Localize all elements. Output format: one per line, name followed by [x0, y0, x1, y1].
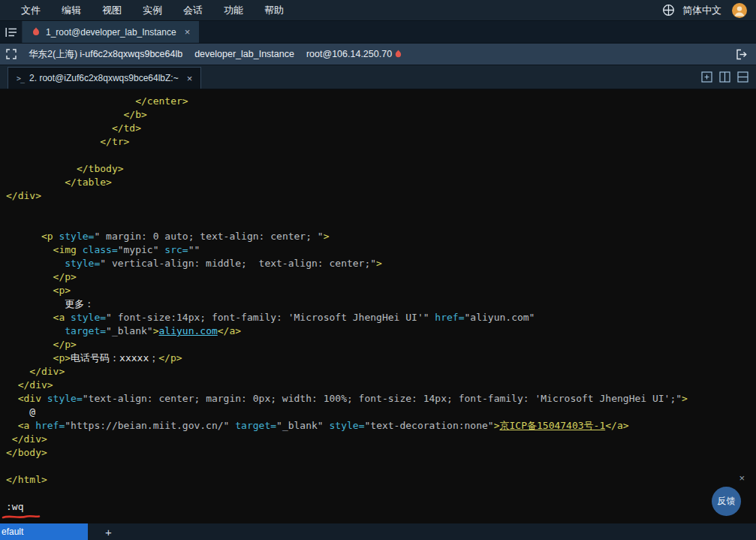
detach-session-icon[interactable] [736, 49, 748, 60]
menu-item-file[interactable]: 文件 [11, 0, 51, 20]
terminal-content[interactable]: </center> </b> </td> </tr> </tbody> </ta… [0, 89, 756, 523]
instance-id-label: i-uf6c2x8qxwqs9bce64lb [80, 49, 182, 59]
profile-tab-default[interactable]: efault [0, 523, 88, 540]
menu-item-edit[interactable]: 编辑 [51, 0, 92, 20]
terminal-line: style=" vertical-align: middle; text-ali… [6, 257, 753, 270]
terminal-tab-label: 2. root@iZuf6c2x8qxwqs9bce64lbZ:~ [29, 73, 179, 83]
fullscreen-icon[interactable] [6, 49, 17, 59]
terminal-line [6, 149, 753, 162]
user-avatar[interactable] [732, 3, 747, 18]
menu-item-session[interactable]: 会话 [173, 0, 213, 20]
terminal-line: <a href="https://beian.miit.gov.cn/" tar… [6, 419, 753, 433]
menu-item-help[interactable]: 帮助 [254, 0, 294, 20]
feedback-close-icon[interactable]: × [739, 473, 745, 483]
terminal-line: </b> [6, 108, 753, 122]
menu-item-view[interactable]: 视图 [92, 0, 132, 20]
terminal-line: 更多： [6, 297, 753, 311]
terminal-line: </p> [6, 270, 753, 284]
terminal-line [6, 203, 753, 216]
status-bar: efault + [0, 523, 756, 540]
terminal-line: </div> [6, 433, 753, 446]
split-horizontal-icon[interactable] [737, 71, 748, 83]
add-terminal-icon[interactable]: + [105, 526, 112, 538]
workbench-window: 文件 编辑 视图 实例 会话 功能 帮助 简体中文 1_root@develop… [0, 0, 756, 540]
terminal-line: <p> [6, 284, 753, 297]
terminal-line: :wq [6, 500, 753, 514]
terminal-line: target="_blank">aliyun.com</a> [6, 324, 753, 338]
session-list-button[interactable] [0, 21, 23, 43]
terminal-line: </tr> [6, 135, 753, 149]
terminal-line: <p style=" margin: 0 auto; text-align: c… [6, 230, 753, 243]
terminal-line [6, 487, 753, 500]
terminal-line: </tbody> [6, 162, 753, 176]
terminal-line: <p>电话号码：xxxxx；</p> [6, 351, 753, 365]
terminal-line: </div> [6, 189, 753, 203]
terminal-line: <img class="mypic" src="" [6, 243, 753, 257]
instance-info-bar: 华东2(上海)i-uf6c2x8qxwqs9bce64lb developer_… [0, 44, 756, 65]
terminal-line [6, 216, 753, 230]
session-tab-label: 1_root@developer_lab_Instance [46, 27, 176, 38]
menu-item-instance[interactable]: 实例 [132, 0, 173, 20]
terminal-line: </table> [6, 176, 753, 189]
session-flame-icon [32, 27, 41, 37]
terminal-line: <a style=" font-size:14px; font-family: … [6, 311, 753, 324]
new-pane-icon[interactable] [701, 71, 712, 83]
language-label[interactable]: 简体中文 [682, 4, 721, 17]
host-flame-icon [394, 50, 402, 59]
user-host-label: root@106.14.250.70 [306, 49, 392, 59]
menu-bar: 文件 编辑 视图 实例 会话 功能 帮助 简体中文 [0, 0, 756, 21]
feedback-button[interactable]: 反馈 [712, 487, 741, 516]
terminal-line: </center> [6, 95, 753, 108]
terminal-line: </body> [6, 446, 753, 460]
terminal-line: </div> [6, 365, 753, 379]
region-label: 华东2(上海) [29, 48, 77, 61]
terminal-prompt-icon: >_ [17, 74, 24, 83]
terminal-tab-close-icon[interactable]: × [187, 73, 193, 84]
terminal-line: <div style="text-align: center; margin: … [6, 392, 753, 406]
session-tab-active[interactable]: 1_root@developer_lab_Instance × [23, 21, 199, 43]
terminal-tab-bar: >_ 2. root@iZuf6c2x8qxwqs9bce64lbZ:~ × [0, 65, 756, 89]
instance-name-label: developer_lab_Instance [194, 49, 294, 59]
split-vertical-icon[interactable] [719, 71, 730, 83]
language-globe-icon[interactable] [662, 4, 675, 17]
annotation-red-underline [2, 513, 41, 520]
terminal-line: </html> [6, 473, 753, 487]
session-tab-close-icon[interactable]: × [185, 26, 191, 38]
instance-user-host: root@106.14.250.70 [306, 49, 402, 59]
terminal-line: </div> [6, 379, 753, 392]
terminal-line: </td> [6, 122, 753, 135]
terminal-tab-active[interactable]: >_ 2. root@iZuf6c2x8qxwqs9bce64lbZ:~ × [8, 67, 201, 89]
terminal-line [6, 460, 753, 473]
instance-region: 华东2(上海)i-uf6c2x8qxwqs9bce64lb [29, 48, 182, 61]
session-tab-bar: 1_root@developer_lab_Instance × [0, 21, 756, 44]
terminal-line: @ [6, 406, 753, 419]
instance-name: developer_lab_Instance [194, 49, 294, 59]
terminal-line: </p> [6, 338, 753, 351]
menu-item-features[interactable]: 功能 [213, 0, 254, 20]
session-list-icon [5, 27, 17, 38]
